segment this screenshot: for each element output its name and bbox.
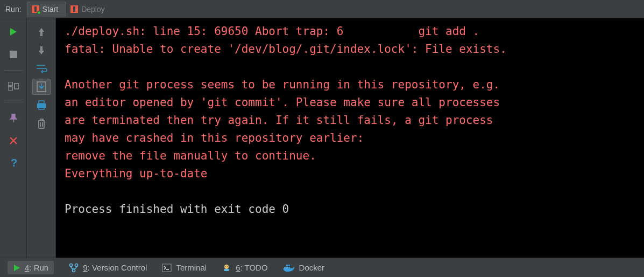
run-config-label: Start xyxy=(43,5,59,13)
console-line: remove the file manually to continue. xyxy=(65,147,639,165)
svg-rect-20 xyxy=(286,265,288,266)
svg-rect-1 xyxy=(8,82,12,86)
console-line xyxy=(65,183,639,200)
run-tool-window-header: Run: Start Deploy xyxy=(0,0,644,18)
toolwindow-version-control[interactable]: 9: Version Control xyxy=(69,263,147,273)
svg-rect-19 xyxy=(288,267,290,268)
docker-icon xyxy=(283,264,295,272)
svg-rect-14 xyxy=(224,269,229,271)
running-indicator-icon xyxy=(37,11,41,15)
todo-icon xyxy=(222,263,231,273)
toolwindow-label: Terminal xyxy=(176,263,207,272)
toolwindow-terminal[interactable]: Terminal xyxy=(162,263,207,272)
console-line: are terminated then try again. If it sti… xyxy=(65,112,639,129)
close-button[interactable] xyxy=(4,133,23,149)
run-config-deploy[interactable]: Deploy xyxy=(66,2,112,17)
toolwindow-label: Docker xyxy=(299,263,325,272)
rerun-button[interactable] xyxy=(4,24,23,40)
svg-rect-3 xyxy=(15,84,19,89)
toolwindow-run[interactable]: 4: Run xyxy=(8,261,54,274)
console-line: fatal: Unable to create '/dev/blog/.git/… xyxy=(65,40,639,58)
toolwindow-todo[interactable]: 6: TODO xyxy=(222,263,267,273)
run-tool-window-body: ? xyxy=(0,18,644,258)
console-line: Everything up-to-date xyxy=(65,165,639,183)
print-button[interactable] xyxy=(32,97,51,113)
svg-point-9 xyxy=(70,264,73,266)
soft-wrap-button[interactable] xyxy=(32,60,51,77)
separator xyxy=(4,102,23,102)
toolwindow-label: 9: Version Control xyxy=(83,263,147,272)
console-line: Process finished with exit code 0 xyxy=(65,200,639,218)
svg-rect-6 xyxy=(39,101,44,103)
svg-point-10 xyxy=(75,264,78,266)
svg-rect-21 xyxy=(288,265,290,266)
svg-rect-2 xyxy=(8,87,12,91)
svg-text:?: ? xyxy=(11,158,17,169)
toolwindow-label: 6: TODO xyxy=(236,263,267,272)
console-line: an editor opened by 'git commit'. Please… xyxy=(65,94,639,112)
svg-rect-0 xyxy=(10,51,17,58)
svg-point-11 xyxy=(73,269,75,272)
config-icon xyxy=(70,5,78,13)
svg-point-16 xyxy=(227,266,228,267)
help-button[interactable]: ? xyxy=(4,155,23,171)
config-icon xyxy=(32,5,39,13)
svg-rect-17 xyxy=(284,267,286,268)
run-config-start[interactable]: Start xyxy=(27,2,67,17)
svg-point-13 xyxy=(224,265,229,269)
console-line: may have crashed in this repository earl… xyxy=(65,129,639,147)
run-icon xyxy=(13,264,20,272)
scroll-to-end-button[interactable] xyxy=(32,79,51,95)
scroll-down-button[interactable] xyxy=(32,42,51,58)
tool-window-bar: 4: Run 9: Version Control Terminal 6: TO… xyxy=(0,258,644,277)
pin-button[interactable] xyxy=(4,110,23,126)
toolwindow-label: 4: Run xyxy=(25,263,48,272)
toolwindow-docker[interactable]: Docker xyxy=(283,263,325,272)
layout-button[interactable] xyxy=(4,78,23,94)
svg-rect-18 xyxy=(286,267,288,268)
console-line xyxy=(65,58,639,76)
console-actions-gutter xyxy=(27,18,56,258)
run-config-label: Deploy xyxy=(81,5,105,13)
console-line: Another git process seems to be running … xyxy=(65,76,639,94)
svg-rect-12 xyxy=(162,264,171,272)
run-label: Run: xyxy=(3,5,27,13)
console-output[interactable]: ./deploy.sh: line 15: 69650 Abort trap: … xyxy=(56,18,644,258)
stop-button[interactable] xyxy=(4,46,23,63)
terminal-icon xyxy=(162,264,172,272)
separator xyxy=(4,70,23,71)
branch-icon xyxy=(69,263,79,273)
run-actions-gutter: ? xyxy=(0,18,27,258)
scroll-up-button[interactable] xyxy=(32,24,51,40)
console-line: ./deploy.sh: line 15: 69650 Abort trap: … xyxy=(65,23,639,40)
clear-all-button[interactable] xyxy=(32,115,51,131)
svg-point-15 xyxy=(225,266,226,267)
